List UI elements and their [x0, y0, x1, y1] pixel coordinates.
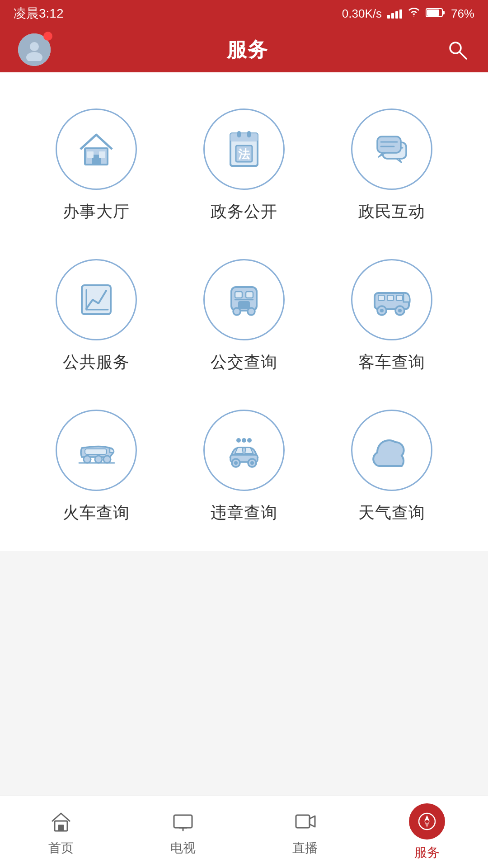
nav-item-home[interactable]: 首页 [0, 796, 122, 868]
svg-rect-58 [58, 825, 64, 831]
nav-item-tv[interactable]: 电视 [122, 796, 244, 868]
search-button[interactable] [445, 37, 470, 62]
tv-icon [169, 808, 197, 835]
svg-point-3 [30, 42, 39, 51]
service-icon-chat [351, 108, 432, 190]
nav-label-live: 直播 [292, 840, 318, 857]
service-label-office-hall: 办事大厅 [63, 201, 130, 223]
service-item-bus-query[interactable]: 公交查询 [175, 259, 314, 373]
svg-point-49 [236, 438, 241, 443]
service-icon-bus-front [203, 259, 285, 340]
svg-rect-14 [237, 131, 241, 137]
bottom-navigation: 首页 电视 直播 [0, 796, 488, 868]
nav-item-service[interactable]: 服务 [366, 796, 488, 868]
service-label-public-service: 公共服务 [63, 351, 130, 373]
battery-percent: 76% [451, 7, 474, 21]
status-right: 0.30K/s 76% [342, 7, 474, 21]
service-item-violation-query[interactable]: 违章查询 [175, 410, 314, 524]
service-label-coach-query: 客车查询 [358, 351, 425, 373]
svg-rect-13 [230, 133, 258, 142]
service-item-gov-open[interactable]: 法 政务公开 [175, 108, 314, 223]
svg-line-6 [460, 52, 466, 59]
home-icon [47, 808, 75, 835]
service-item-coach-query[interactable]: 客车查询 [322, 259, 461, 373]
svg-point-45 [84, 456, 91, 463]
nav-label-service: 服务 [414, 844, 440, 861]
svg-rect-30 [235, 292, 242, 298]
svg-rect-22 [377, 137, 401, 153]
svg-point-33 [233, 308, 240, 315]
service-icon-house [56, 108, 137, 190]
service-active-circle [409, 803, 445, 840]
service-item-public-service[interactable]: 公共服务 [27, 259, 166, 373]
svg-point-43 [398, 309, 402, 312]
service-item-gov-interact[interactable]: 政民互动 [322, 108, 461, 223]
network-speed: 0.30K/s [342, 7, 382, 21]
service-icon-chart [56, 259, 137, 340]
svg-point-46 [95, 456, 102, 463]
status-time: 凌晨3:12 [14, 5, 64, 22]
battery-icon [426, 7, 446, 21]
svg-rect-15 [247, 131, 251, 137]
svg-rect-1 [442, 11, 445, 14]
service-icon-car-camera [203, 410, 285, 491]
svg-rect-10 [99, 151, 105, 158]
main-content: 办事大厅 法 政务公开 [0, 72, 488, 551]
svg-text:法: 法 [238, 147, 250, 161]
svg-point-4 [26, 52, 42, 61]
nav-item-live[interactable]: 直播 [244, 796, 366, 868]
app-header: 服务 [0, 27, 488, 72]
svg-rect-37 [378, 295, 385, 301]
service-icon-bus-side [351, 259, 432, 340]
svg-rect-39 [396, 295, 403, 301]
service-item-office-hall[interactable]: 办事大厅 [27, 108, 166, 223]
signal-icon [387, 9, 402, 19]
svg-rect-62 [296, 815, 310, 828]
service-label-weather-query: 天气查询 [358, 502, 425, 524]
notification-badge [43, 32, 52, 41]
avatar-button[interactable] [18, 33, 51, 66]
service-label-violation-query: 违章查询 [211, 502, 277, 524]
svg-point-50 [242, 438, 246, 443]
svg-rect-59 [174, 815, 192, 828]
svg-point-34 [248, 308, 255, 315]
svg-point-56 [250, 461, 254, 465]
status-bar: 凌晨3:12 0.30K/s 76% [0, 0, 488, 27]
service-grid: 办事大厅 法 政务公开 [27, 99, 461, 533]
svg-point-55 [234, 461, 238, 465]
svg-rect-38 [387, 295, 394, 301]
service-icon-cloud [351, 410, 432, 491]
svg-rect-31 [246, 292, 253, 298]
service-icon-train [56, 410, 137, 491]
svg-rect-44 [85, 449, 107, 454]
wifi-icon [408, 7, 420, 20]
svg-point-5 [450, 42, 461, 53]
service-label-gov-interact: 政民互动 [358, 201, 425, 223]
nav-label-tv: 电视 [170, 840, 196, 857]
svg-point-42 [380, 309, 384, 312]
service-item-weather-query[interactable]: 天气查询 [322, 410, 461, 524]
svg-rect-9 [87, 151, 94, 158]
service-label-train-query: 火车查询 [63, 502, 130, 524]
svg-point-51 [247, 438, 252, 443]
service-item-train-query[interactable]: 火车查询 [27, 410, 166, 524]
service-icon-law-book: 法 [203, 108, 285, 190]
svg-rect-32 [239, 302, 249, 309]
svg-point-47 [103, 456, 111, 463]
nav-label-home: 首页 [48, 840, 74, 857]
page-title: 服务 [227, 37, 268, 63]
service-label-bus-query: 公交查询 [211, 351, 277, 373]
service-label-gov-open: 政务公开 [211, 201, 277, 223]
live-icon [291, 808, 319, 835]
svg-rect-2 [427, 9, 439, 16]
